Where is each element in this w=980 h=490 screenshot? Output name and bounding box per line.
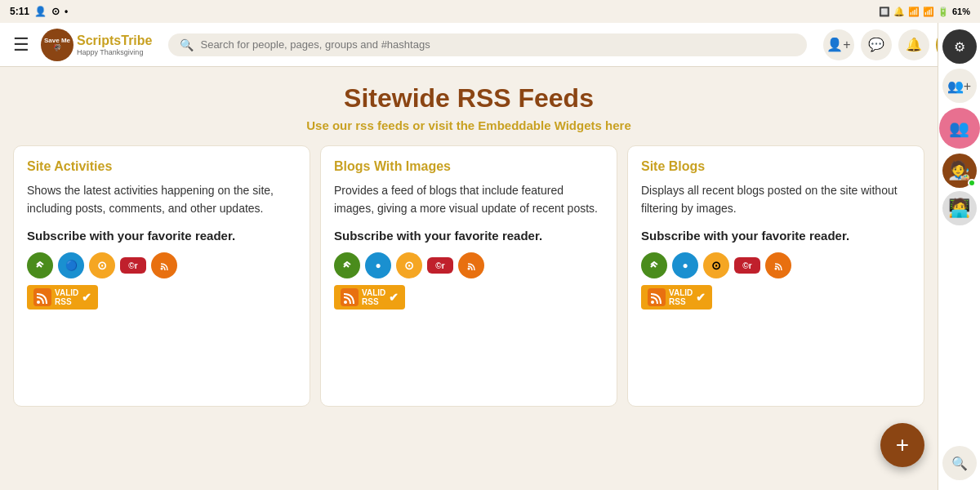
sidebar-avatar-2[interactable]: 🧑‍💻 [942,191,977,225]
valid-label-2: VALID [362,288,385,297]
sidebar-add-user-button[interactable]: 👥+ [942,69,977,103]
right-sidebar: ⚙ 👥+ 👥 🧑‍🎨 🧑‍💻 🔍 [938,23,980,490]
status-bar: 5:11 👤 ⊙ • 🔲 🔔 📶 📶 🔋 61% [0,0,980,23]
main-content: Sitewide RSS Feeds Use our rss feeds or … [0,67,938,423]
bell-icon: 🔔 [906,37,922,52]
valid-rss-badge-site-blogs[interactable]: VALID RSS ✔ [641,285,712,310]
sidebar-avatar-1[interactable]: 🧑‍🎨 [942,154,977,188]
checkmark-icon-2: ✔ [389,291,399,304]
rss-icons-site-activities: 🔵 ⊙ ©r [27,252,296,278]
rss-icon-feedly-2[interactable] [334,252,360,278]
logo-icon: Save Me🦃 [41,29,74,61]
hamburger-menu[interactable]: ☰ [10,31,33,59]
messages-button[interactable]: 💬 [861,29,892,60]
logo-text-container: ScriptsTribe Happy Thanksgiving [77,33,152,56]
card-title-blogs-with-images: Blogs With Images [334,159,604,174]
avatar-1-icon: 🧑‍🎨 [948,160,970,181]
status-vol-icon: 🔔 [893,7,905,17]
rss-icon-rss-2[interactable] [458,252,484,278]
status-time: 5:11 [10,6,29,17]
rss-icon-inoreader-3[interactable]: ⊙ [703,252,729,278]
card-subscribe-blogs-with-images: Subscribe with your favorite reader. [334,229,604,243]
card-subscribe-site-blogs: Subscribe with your favorite reader. [641,229,911,243]
rss-icon-netvibes-3[interactable]: ©r [734,257,760,274]
checkmark-icon: ✔ [82,291,91,304]
svg-point-6 [466,260,477,271]
search-bar[interactable]: 🔍 [168,33,807,56]
logo-tribe: Tribe [121,33,152,47]
rss-icon-feedspot-3[interactable]: ● [672,252,698,278]
rss-icon-rss-3[interactable] [765,252,791,278]
card-title-site-blogs: Site Blogs [641,159,911,174]
rss-label-2: RSS [362,297,385,306]
page-title: Sitewide RSS Feeds [13,83,924,114]
fab-button[interactable]: + [880,423,924,467]
rss-icon-netvibes[interactable]: ©r [120,257,146,274]
status-sim-icon: 🔲 [879,7,890,17]
status-signal-icon: 📶 [923,7,934,17]
search-icon: 🔍 [180,38,194,51]
status-dot: • [65,6,68,17]
valid-label: VALID [55,288,78,297]
rss-icon-feedly-3[interactable] [641,252,667,278]
sidebar-search-button[interactable]: 🔍 [942,446,977,482]
card-desc-site-blogs: Displays all recent blogs posted on the … [641,182,911,217]
card-site-activities: Site Activities Shows the latest activit… [13,145,310,407]
rss-badge-icon [33,288,51,306]
status-icon-1: 👤 [34,6,47,17]
rss-icon-feedly[interactable] [27,252,53,278]
status-battery-icon: 🔋 [938,7,949,17]
search-user-icon: 🔍 [951,456,968,471]
status-left: 5:11 👤 ⊙ • [10,6,68,17]
top-nav: ☰ Save Me🦃 ScriptsTribe Happy Thanksgivi… [0,23,980,67]
svg-point-11 [773,260,784,271]
rss-label: RSS [55,297,78,306]
sidebar-settings-button[interactable]: ⚙ [942,29,977,64]
add-friend-button[interactable]: 👤+ [823,29,854,60]
svg-point-9 [344,301,347,304]
rss-badge-icon-3 [648,288,666,306]
card-desc-site-activities: Shows the latest activities happening on… [27,182,296,217]
rss-label-3: RSS [669,297,693,306]
card-title-site-activities: Site Activities [27,159,296,174]
online-indicator [968,179,976,187]
valid-rss-badge-site-activities[interactable]: VALID RSS ✔ [27,285,98,310]
rss-icon-rss[interactable] [151,252,177,278]
rss-icon-feedspot[interactable]: 🔵 [58,252,84,278]
rss-badge-icon-2 [341,288,359,306]
svg-point-12 [775,268,777,270]
fab-plus-icon: + [896,432,909,458]
card-subscribe-site-activities: Subscribe with your favorite reader. [27,229,296,243]
avatar-2-icon: 🧑‍💻 [948,198,970,219]
rss-icon-feedspot-2[interactable]: ● [365,252,391,278]
valid-label-3: VALID [669,288,693,297]
status-wifi-icon: 📶 [908,7,920,17]
valid-rss-badge-blogs[interactable]: VALID RSS ✔ [334,285,405,310]
cards-container: Site Activities Shows the latest activit… [13,145,924,407]
logo-scripts: Scripts [77,33,121,47]
add-user-icon: 👥+ [947,78,971,94]
rss-icon-inoreader-2[interactable]: ⊙ [396,252,422,278]
search-input[interactable] [200,38,795,51]
rss-icons-site-blogs: ● ⊙ ©r [641,252,911,278]
card-site-blogs: Site Blogs Displays all recent blogs pos… [627,145,924,407]
svg-point-7 [468,268,470,270]
status-battery: 61% [952,7,970,16]
card-blogs-with-images: Blogs With Images Provides a feed of blo… [320,145,617,407]
subtitle-text: Use our rss feeds or visit the Embeddabl… [306,118,630,132]
status-icon-2: ⊙ [51,6,60,17]
logo-subtitle: Happy Thanksgiving [77,48,152,56]
notifications-button[interactable]: 🔔 [898,29,929,60]
rss-icon-netvibes-2[interactable]: ©r [427,257,453,274]
status-right: 🔲 🔔 📶 📶 🔋 61% [879,7,970,17]
rss-icons-blogs-with-images: ● ⊙ ©r [334,252,604,278]
svg-point-2 [161,268,163,270]
sidebar-community-button[interactable]: 👥 [939,108,980,149]
logo-area[interactable]: Save Me🦃 ScriptsTribe Happy Thanksgiving [41,29,152,61]
svg-point-4 [37,301,40,304]
logo-text: ScriptsTribe [77,33,152,48]
community-icon: 👥 [949,118,969,138]
card-desc-blogs-with-images: Provides a feed of blogs that include fe… [334,182,604,217]
rss-icon-inoreader[interactable]: ⊙ [89,252,115,278]
add-friend-icon: 👤+ [826,37,850,52]
